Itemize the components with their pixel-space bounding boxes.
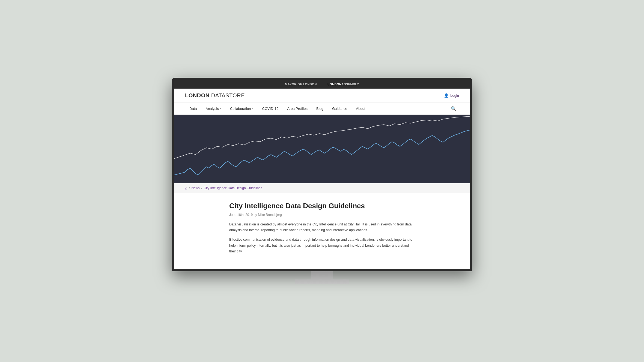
search-icon: 🔍 [451, 106, 456, 111]
monitor-stand-base [295, 279, 349, 284]
nav-data[interactable]: Data [185, 103, 201, 114]
login-label: Login [450, 93, 459, 98]
nav-guidance[interactable]: Guidance [328, 103, 352, 114]
logo-bold: LONDON [185, 92, 210, 98]
breadcrumb-news[interactable]: News [192, 186, 200, 190]
chart-svg [174, 115, 470, 183]
nav-analysis[interactable]: Analysis ▾ [201, 103, 225, 114]
monitor-stand-neck [311, 271, 333, 279]
nav-items: Data Analysis ▾ Collaboration ▾ COVID-19… [185, 103, 370, 114]
article-paragraph-1: Data visualisation is created by almost … [229, 222, 415, 233]
site-header: LONDON DATASTORE 👤 Login [174, 89, 470, 103]
article-title: City Intelligence Data Design Guidelines [229, 201, 415, 211]
nav-blog[interactable]: Blog [312, 103, 328, 114]
gov-bar: MAYOR OF LONDON LONDONASSEMBLY [174, 80, 470, 89]
nav-about[interactable]: About [352, 103, 370, 114]
nav-area-profiles[interactable]: Area Profiles [283, 103, 312, 114]
site-logo[interactable]: LONDON DATASTORE [185, 92, 245, 99]
breadcrumb-current[interactable]: City Intelligence Data Design Guidelines [204, 186, 262, 190]
breadcrumb: ⌂ / News / City Intelligence Data Design… [174, 183, 470, 193]
nav-collaboration[interactable]: Collaboration ▾ [226, 103, 258, 114]
search-button[interactable]: 🔍 [448, 103, 459, 114]
user-icon: 👤 [444, 93, 449, 98]
breadcrumb-sep-2: / [201, 186, 202, 190]
logo-regular: DATASTORE [210, 92, 245, 98]
chevron-down-icon: ▾ [220, 107, 221, 110]
home-icon[interactable]: ⌂ [185, 186, 187, 190]
mayor-link[interactable]: MAYOR OF LONDON [285, 83, 317, 86]
chevron-down-icon: ▾ [252, 107, 254, 110]
breadcrumb-sep-1: / [189, 186, 190, 190]
login-button[interactable]: 👤 Login [444, 93, 459, 98]
article-body: Data visualisation is created by almost … [229, 222, 415, 254]
nav-covid19[interactable]: COVID-19 [258, 103, 283, 114]
site-nav: Data Analysis ▾ Collaboration ▾ COVID-19… [174, 103, 470, 115]
assembly-regular: ASSEMBLY [342, 83, 359, 86]
article-area: City Intelligence Data Design Guidelines… [218, 193, 426, 269]
assembly-link[interactable]: LONDONASSEMBLY [328, 83, 359, 86]
hero-chart [174, 115, 470, 183]
article-paragraph-2: Effective communication of evidence and … [229, 237, 415, 254]
article-meta: June 18th, 2019 by Mike Brondbjerg [229, 213, 415, 217]
assembly-bold: LONDON [328, 83, 342, 86]
